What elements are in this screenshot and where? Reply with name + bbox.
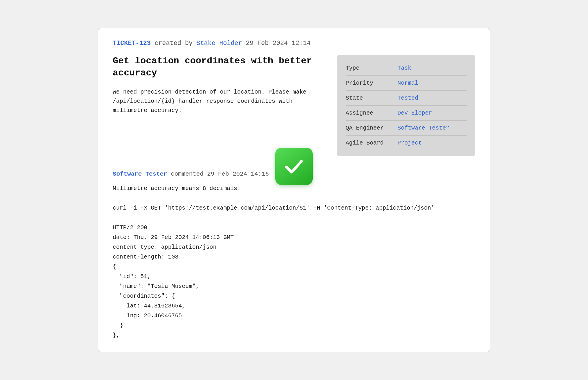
sidebar-row-type: Type Task bbox=[346, 61, 467, 76]
comment-author[interactable]: Software Tester bbox=[113, 171, 167, 177]
sidebar-row-state: State Tested bbox=[346, 91, 467, 106]
sidebar-row-priority: Priority Normal bbox=[346, 76, 467, 91]
sidebar-value-qa[interactable]: Software Tester bbox=[397, 125, 449, 131]
checkmark-icon bbox=[275, 148, 313, 185]
sidebar-box: Type Task Priority Normal State Tested A… bbox=[337, 55, 475, 156]
sidebar-row-assignee: Assignee Dev Eloper bbox=[346, 106, 467, 121]
sidebar-row-qa: QA Engineer Software Tester bbox=[346, 121, 467, 136]
checkmark-svg bbox=[282, 155, 306, 178]
comment-meta: commented 29 Feb 2024 14:16 bbox=[171, 171, 269, 177]
sidebar-label-type: Type bbox=[346, 65, 397, 71]
sidebar-value-assignee[interactable]: Dev Eloper bbox=[397, 110, 432, 116]
left-section: Get location coordinates with better acc… bbox=[113, 55, 337, 127]
ticket-date: 29 Feb 2024 12:14 bbox=[246, 40, 310, 47]
ticket-title: Get location coordinates with better acc… bbox=[113, 55, 325, 79]
sidebar-value-state[interactable]: Tested bbox=[397, 95, 418, 101]
comment-section: Software Tester commented 29 Feb 2024 14… bbox=[113, 171, 475, 340]
ticket-header: TICKET-123 created by Stake Holder 29 Fe… bbox=[113, 40, 475, 47]
sidebar-value-board[interactable]: Project bbox=[397, 140, 422, 146]
ticket-id[interactable]: TICKET-123 bbox=[113, 40, 151, 47]
sidebar-label-priority: Priority bbox=[346, 80, 397, 86]
sidebar-value-priority[interactable]: Normal bbox=[397, 80, 418, 86]
sidebar-label-qa: QA Engineer bbox=[346, 125, 397, 131]
sidebar-value-type[interactable]: Task bbox=[397, 65, 411, 71]
created-by-label: created by bbox=[154, 40, 196, 47]
top-section: Get location coordinates with better acc… bbox=[113, 55, 475, 156]
sidebar-label-state: State bbox=[346, 95, 397, 101]
comment-body: Millimetre accuracy means 8 decimals. cu… bbox=[113, 184, 475, 340]
ticket-author[interactable]: Stake Holder bbox=[196, 40, 242, 47]
sidebar-row-board: Agile Board Project bbox=[346, 136, 467, 150]
sidebar-label-board: Agile Board bbox=[346, 140, 397, 146]
ticket-container: TICKET-123 created by Stake Holder 29 Fe… bbox=[98, 28, 490, 352]
ticket-description: We need precision detection of our locat… bbox=[113, 88, 325, 115]
sidebar-label-assignee: Assignee bbox=[346, 110, 397, 116]
